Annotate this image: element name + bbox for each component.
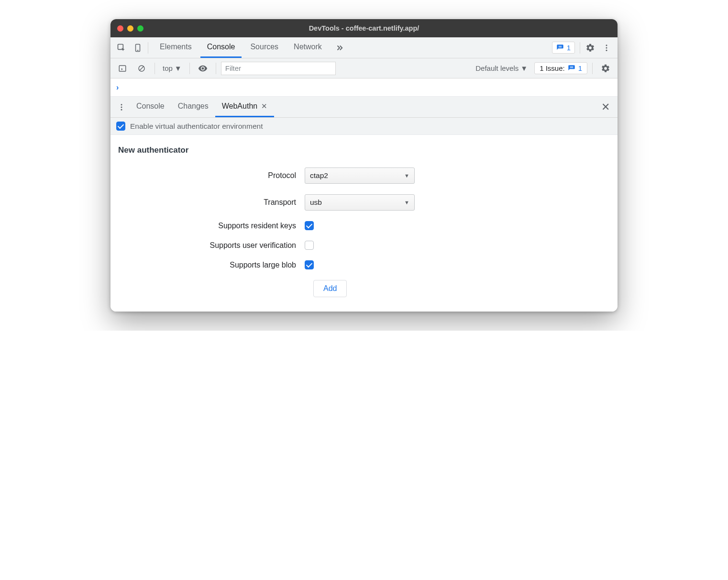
chevron-down-icon: ▼ — [404, 200, 409, 205]
console-prompt-icon: › — [116, 83, 119, 92]
user-verification-checkbox[interactable] — [305, 241, 314, 250]
console-settings-icon[interactable] — [597, 60, 614, 77]
protocol-label: Protocol — [118, 171, 305, 180]
svg-point-3 — [606, 45, 607, 46]
drawer-tabbar: Console Changes WebAuthn ✕ ✕ — [110, 97, 618, 118]
inspect-element-icon[interactable] — [113, 40, 130, 56]
transport-value: usb — [310, 198, 322, 207]
protocol-select[interactable]: ctap2 ▼ — [305, 167, 415, 184]
titlebar: DevTools - coffee-cart.netlify.app/ — [110, 19, 618, 37]
row-resident-keys: Supports resident keys — [118, 221, 610, 230]
add-button[interactable]: Add — [313, 280, 347, 297]
chevron-down-icon: ▼ — [404, 173, 409, 178]
divider — [189, 63, 190, 74]
divider — [592, 63, 593, 74]
enable-virtual-authenticator-checkbox[interactable] — [116, 122, 125, 131]
more-tabs-icon[interactable] — [331, 37, 349, 58]
svg-point-5 — [606, 49, 607, 51]
devtools-window: DevTools - coffee-cart.netlify.app/ Elem… — [110, 19, 618, 312]
drawer-kebab-icon[interactable] — [113, 99, 130, 115]
kebab-menu-icon[interactable] — [598, 40, 615, 56]
svg-point-10 — [121, 106, 122, 108]
issues-pill[interactable]: 1 Issue: 1 — [534, 62, 587, 74]
main-tabs: Elements Console Sources Network — [153, 37, 552, 58]
issue-count: 1 — [578, 64, 582, 72]
console-toolbar: top ▼ Default levels ▼ 1 Issue: 1 — [110, 58, 618, 78]
context-label: top — [163, 64, 173, 72]
log-levels-selector[interactable]: Default levels ▼ — [472, 64, 531, 72]
drawer-tab-label: Changes — [178, 102, 209, 111]
device-toolbar-icon[interactable] — [130, 40, 146, 56]
large-blob-label: Supports large blob — [118, 261, 305, 269]
drawer-tab-label: Console — [136, 102, 165, 111]
issues-count: 1 — [567, 44, 571, 52]
user-verification-label: Supports user verification — [118, 241, 305, 250]
issue-label: 1 Issue: — [540, 64, 565, 72]
resident-keys-label: Supports resident keys — [118, 222, 305, 230]
tab-console[interactable]: Console — [200, 37, 242, 58]
divider — [148, 42, 148, 54]
levels-label: Default levels — [475, 64, 518, 72]
main-tabbar: Elements Console Sources Network 1 — [110, 37, 618, 58]
row-transport: Transport usb ▼ — [118, 194, 610, 211]
show-console-sidebar-icon[interactable] — [114, 60, 131, 77]
close-window-button[interactable] — [117, 25, 123, 32]
close-tab-icon[interactable]: ✕ — [261, 102, 267, 111]
protocol-value: ctap2 — [310, 171, 328, 180]
transport-label: Transport — [118, 198, 305, 207]
svg-line-8 — [140, 66, 144, 70]
large-blob-checkbox[interactable] — [305, 260, 314, 269]
row-user-verification: Supports user verification — [118, 241, 610, 250]
drawer-tab-changes[interactable]: Changes — [171, 97, 215, 117]
chevron-down-icon: ▼ — [175, 64, 182, 72]
drawer-tab-webauthn[interactable]: WebAuthn ✕ — [215, 97, 274, 117]
console-body[interactable]: › — [110, 78, 618, 97]
drawer-tab-console[interactable]: Console — [130, 97, 171, 117]
resident-keys-checkbox[interactable] — [305, 221, 314, 230]
settings-icon[interactable] — [582, 40, 598, 56]
chevron-down-icon: ▼ — [520, 64, 528, 72]
zoom-window-button[interactable] — [137, 25, 143, 32]
enable-label: Enable virtual authenticator environment — [130, 122, 263, 131]
window-title: DevTools - coffee-cart.netlify.app/ — [110, 24, 618, 32]
panel-heading: New authenticator — [118, 145, 610, 155]
drawer-tab-label: WebAuthn — [222, 102, 257, 111]
issues-badge[interactable]: 1 — [552, 42, 575, 54]
divider — [154, 63, 155, 74]
tab-network[interactable]: Network — [287, 37, 329, 58]
traffic-lights — [110, 25, 143, 32]
minimize-window-button[interactable] — [127, 25, 133, 32]
svg-rect-6 — [119, 66, 126, 71]
svg-point-11 — [121, 109, 122, 110]
divider — [216, 63, 216, 74]
filter-input[interactable] — [221, 62, 336, 75]
context-selector[interactable]: top ▼ — [160, 64, 185, 72]
svg-point-9 — [121, 104, 122, 105]
enable-bar: Enable virtual authenticator environment — [110, 118, 618, 135]
close-drawer-icon[interactable]: ✕ — [596, 101, 615, 113]
clear-console-icon[interactable] — [133, 60, 150, 77]
divider — [580, 42, 580, 54]
tab-sources[interactable]: Sources — [243, 37, 285, 58]
tab-elements[interactable]: Elements — [153, 37, 199, 58]
transport-select[interactable]: usb ▼ — [305, 194, 415, 211]
row-large-blob: Supports large blob — [118, 260, 610, 269]
webauthn-panel: New authenticator Protocol ctap2 ▼ Trans… — [110, 135, 618, 312]
live-expression-icon[interactable] — [195, 60, 211, 77]
svg-point-4 — [606, 47, 607, 48]
row-protocol: Protocol ctap2 ▼ — [118, 167, 610, 184]
